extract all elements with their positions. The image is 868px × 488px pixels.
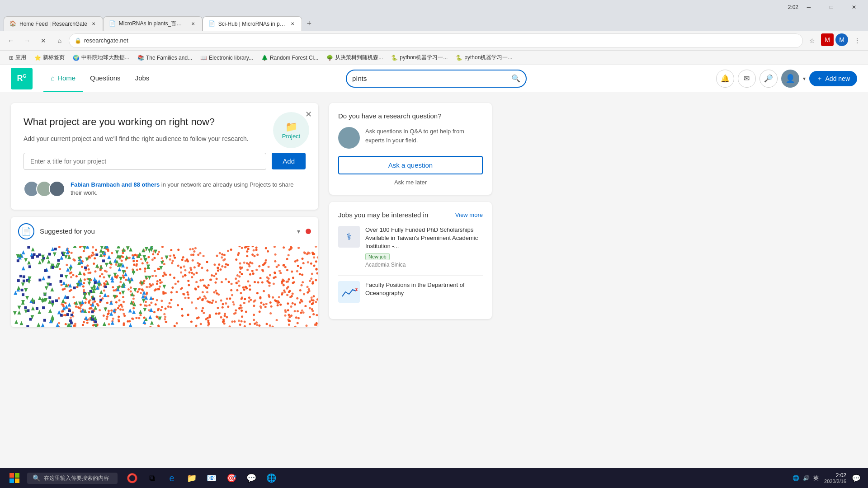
taskbar-chrome[interactable]: 🌐 [262,469,280,487]
new-tab-button[interactable]: + [302,16,316,31]
job-item-2[interactable]: Faculty Positions in the Department of O… [338,281,483,303]
bookmark-library[interactable]: 📖 Electronic library... [197,54,257,62]
address-bar[interactable]: 🔒 [69,33,803,48]
network-icon: 🌐 [793,475,799,481]
job-title-1: Over 100 Fully Funded PhD Scholarships A… [365,226,483,251]
left-column: ✕ 📁 Project What project are you working… [11,103,318,477]
project-card-description: Add your current project and we'll find … [24,134,306,144]
tab-favicon-3: 📄 [208,20,216,28]
maximize-button[interactable]: □ [821,0,842,14]
bookmark-randomforest[interactable]: 🌲 Random Forest Cl... [258,54,322,62]
ask-question-button[interactable]: Ask a question [338,156,483,174]
taskbar-email[interactable]: 📧 [203,469,221,487]
tab-label-3: Sci-Hub | MicroRNAs in plants... [218,21,286,27]
project-icon-circle: 📁 Project [273,112,309,148]
svg-rect-2 [9,473,14,478]
address-input[interactable] [84,37,797,44]
tab-close-2[interactable]: ✕ [189,20,197,28]
view-more-link[interactable]: View more [455,211,483,218]
taskbar-task-view[interactable]: ⧉ [143,469,161,487]
tab-scihub[interactable]: 📄 Sci-Hub | MicroRNAs in plants... ✕ [203,16,302,31]
bookmark-python2[interactable]: 🐍 python机器学习一... [452,53,516,62]
user-profile-button[interactable]: M [835,33,848,46]
tab-home-feed[interactable]: 🏠 Home Feed | ResearchGate ✕ [4,16,103,31]
taskbar-search[interactable]: 🔍 在这里输入你要搜索的内容 [27,473,118,484]
title-bar: 2:02 ─ □ ✕ [0,0,868,14]
home-button[interactable]: ⌂ [52,33,67,48]
bookmarks-bar: ⊞ 应用 ⭐ 新标签页 🌍 中科院地球大数据... 📚 The Families… [0,51,868,65]
taskbar-right: 🌐 🔊 英 2:02 2020/2/16 💬 [793,472,864,484]
job-item-1[interactable]: ⚕ Over 100 Fully Funded PhD Scholarships… [338,226,483,268]
menu-button[interactable]: ⋮ [850,33,864,48]
suggested-header[interactable]: 📄 Suggested for you ▾ [11,217,318,246]
taskbar: 🔍 在这里输入你要搜索的内容 ⭕ ⧉ e 📁 📧 🎯 💬 🌐 🌐 [0,468,868,488]
add-new-button[interactable]: ＋ Add new [809,71,857,86]
home-icon: ⌂ [51,74,55,82]
forward-button[interactable]: → [20,33,34,48]
bookmark-apps[interactable]: ⊞ 应用 [5,53,30,62]
ask-later-link[interactable]: Ask me later [338,179,483,186]
jobs-card: Jobs you may be interested in View more … [329,202,492,319]
notifications-button[interactable]: 🔔 [716,70,734,88]
tab-close-3[interactable]: ✕ [289,20,296,28]
search-input[interactable] [352,75,508,82]
project-card-title: What project are you working on right no… [24,116,306,129]
bookmark-cas[interactable]: 🌍 中科院地球大数据... [69,53,133,62]
search-box[interactable]: 🔍 [346,70,527,88]
reload-button[interactable]: ✕ [36,33,51,48]
notification-center-icon[interactable]: 💬 [852,474,861,483]
nav-questions[interactable]: Questions [83,65,128,92]
rg-logo[interactable]: RG [11,68,33,89]
main-content: ✕ 📁 Project What project are you working… [0,92,868,488]
volume-icon: 🔊 [803,475,810,481]
job-org-1: Academia Sinica [365,262,483,268]
nav-home[interactable]: ⌂ Home [43,65,83,92]
scatter-chart [11,246,318,327]
suggested-chevron-icon[interactable]: ▾ [297,228,300,235]
project-folder-icon: 📁 [285,121,297,133]
network-avatars [24,181,65,197]
bookmark-decisiontree[interactable]: 🌳 从决策树到随机森... [323,53,387,62]
project-network: Fabian Brambach and 88 others in your ne… [24,181,306,197]
tab-baidu[interactable]: 📄 MicroRNAs in plants_百度学术 ✕ [103,16,203,31]
project-close-button[interactable]: ✕ [305,109,312,119]
avatar-chevron[interactable]: ▾ [803,75,806,82]
taskbar-wechat[interactable]: 💬 [242,469,260,487]
close-button[interactable]: ✕ [844,0,864,14]
tab-bar: 🏠 Home Feed | ResearchGate ✕ 📄 MicroRNAs… [0,14,868,31]
divider [338,275,483,276]
avatar[interactable]: 👤 [781,70,799,88]
network-text: Fabian Brambach and 88 others in your ne… [71,181,306,197]
discover-button[interactable]: 🔎 [760,70,778,88]
nav-jobs[interactable]: Jobs [128,65,157,92]
logo-text: RG [17,74,27,83]
project-input-row: Add [24,153,306,170]
window-controls[interactable]: ─ □ ✕ [798,0,864,14]
extensions-button[interactable]: M [821,33,834,46]
minimize-button[interactable]: ─ [798,0,819,14]
back-button[interactable]: ← [4,33,18,48]
window-time: 2:02 [788,4,798,10]
project-title-input[interactable] [24,153,266,170]
bookmark-python1[interactable]: 🐍 python机器学习一... [387,53,451,62]
tab-label-1: Home Feed | ResearchGate [19,21,87,27]
taskbar-file-explorer[interactable]: 📁 [183,469,201,487]
taskbar-app1[interactable]: 🎯 [222,469,241,487]
bookmark-star-button[interactable]: ☆ [805,33,819,48]
start-button[interactable] [4,469,25,487]
job-logo-1: ⚕ [338,226,360,248]
clock-date: 2020/2/16 [824,479,846,484]
project-icon-label: Project [282,133,300,140]
tab-close-1[interactable]: ✕ [90,20,97,28]
messages-button[interactable]: ✉ [738,70,756,88]
taskbar-edge[interactable]: e [163,469,181,487]
project-add-button[interactable]: Add [272,153,306,169]
plus-icon: ＋ [816,75,823,83]
bookmark-newtab[interactable]: ⭐ 新标签页 [31,53,68,62]
expert-text: Ask questions in Q&A to get help from ex… [365,127,483,145]
search-icon[interactable]: 🔍 [511,74,520,83]
windows-logo-icon [9,473,20,483]
bookmark-families[interactable]: 📚 The Families and... [134,54,196,62]
taskbar-cortana[interactable]: ⭕ [123,469,141,487]
project-card: ✕ 📁 Project What project are you working… [11,103,318,210]
